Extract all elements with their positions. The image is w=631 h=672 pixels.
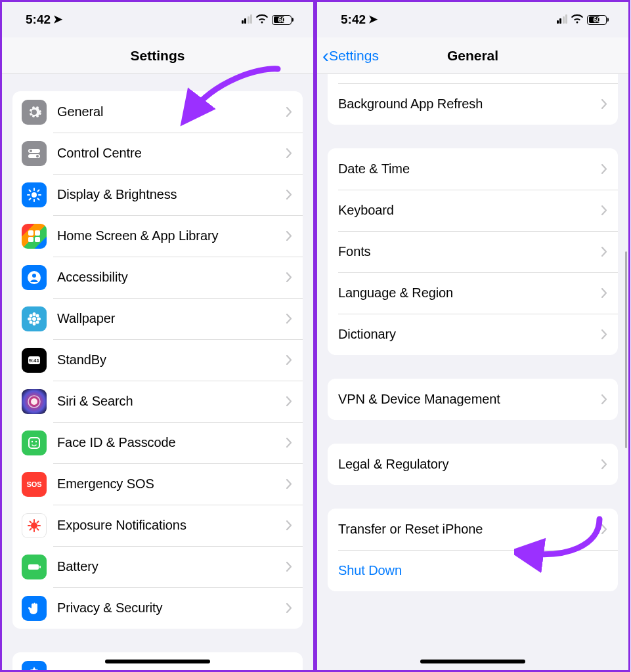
svg-point-19 — [32, 317, 36, 321]
page-title: Settings — [131, 48, 185, 64]
location-icon: ➤ — [53, 12, 62, 26]
svg-point-33 — [32, 440, 33, 442]
row-label: Exposure Notifications — [57, 518, 286, 533]
settings-content: GeneralControl CentreDisplay & Brightnes… — [2, 74, 313, 670]
chevron-right-icon — [286, 438, 292, 448]
virus-icon — [22, 513, 47, 538]
row-date-time[interactable]: Date & Time — [328, 148, 618, 190]
settings-row-privacy-security[interactable]: Privacy & Security — [12, 587, 303, 629]
svg-text:SOS: SOS — [26, 480, 41, 488]
chevron-right-icon — [286, 107, 292, 117]
settings-row-standby[interactable]: 9:41StandBy — [12, 339, 303, 381]
row-label: Language & Region — [338, 285, 601, 301]
settings-row-emergency-sos[interactable]: SOSEmergency SOS — [12, 463, 303, 505]
back-button[interactable]: ‹ Settings — [322, 37, 379, 74]
row-transfer-or-reset-iphone[interactable]: Transfer or Reset iPhone — [328, 509, 618, 550]
row-fonts[interactable]: Fonts — [328, 231, 618, 272]
row-language-region[interactable]: Language & Region — [328, 272, 618, 314]
row-label: Keyboard — [338, 203, 601, 218]
svg-rect-15 — [28, 237, 33, 242]
settings-row-general[interactable]: General — [12, 91, 303, 133]
settings-row-face-id-passcode[interactable]: Face ID & Passcode — [12, 422, 303, 463]
row-dictionary[interactable]: Dictionary — [328, 314, 618, 355]
status-bar: 5:42 ➤ 60 — [317, 2, 628, 37]
status-bar: 5:42 ➤ 60 — [2, 2, 313, 37]
row-label: Background App Refresh — [338, 96, 601, 112]
page-title: General — [447, 48, 498, 64]
row-label: VPN & Device Management — [338, 392, 601, 407]
row-label: Shut Down — [338, 563, 607, 578]
cellular-icon — [557, 16, 568, 24]
row-vpn-device-management[interactable]: VPN & Device Management — [328, 379, 618, 420]
svg-line-41 — [30, 521, 32, 522]
row-legal-regulatory[interactable]: Legal & Regulatory — [328, 444, 618, 485]
svg-point-2 — [30, 150, 32, 152]
status-time: 5:42 — [341, 12, 366, 27]
chevron-right-icon — [286, 479, 292, 489]
row-label: Battery — [57, 559, 286, 574]
row-label: Dictionary — [338, 327, 601, 342]
general-group-2: Date & TimeKeyboardFontsLanguage & Regio… — [328, 148, 618, 355]
settings-row-accessibility[interactable]: Accessibility — [12, 257, 303, 298]
svg-line-44 — [37, 521, 39, 522]
svg-point-24 — [30, 314, 33, 317]
settings-row-wallpaper[interactable]: Wallpaper — [12, 298, 303, 339]
chevron-right-icon — [286, 603, 292, 613]
toggles-icon — [22, 141, 47, 166]
svg-point-26 — [30, 320, 33, 324]
svg-point-27 — [36, 320, 39, 324]
row-label: Privacy & Security — [57, 600, 286, 616]
svg-rect-16 — [35, 237, 40, 242]
row-label: Emergency SOS — [57, 476, 286, 492]
svg-line-10 — [38, 198, 39, 200]
phone-settings: 5:42 ➤ 60 Settings GeneralControl Centre… — [0, 0, 315, 672]
svg-point-18 — [32, 274, 36, 278]
svg-line-9 — [30, 190, 31, 191]
svg-point-4 — [32, 192, 37, 198]
settings-row-siri-search[interactable]: Siri & Search — [12, 381, 303, 422]
wifi-icon — [571, 12, 583, 27]
settings-row-exposure-notifications[interactable]: Exposure Notifications — [12, 505, 303, 546]
face-icon — [22, 430, 47, 455]
row-background-refresh[interactable]: Background App Refresh — [328, 83, 618, 125]
chevron-right-icon — [286, 148, 292, 158]
settings-row-battery[interactable]: Battery — [12, 546, 303, 587]
row-label: StandBy — [57, 352, 286, 368]
sun-icon — [22, 182, 47, 207]
gear-icon — [22, 100, 47, 125]
settings-row-control-centre[interactable]: Control Centre — [12, 133, 303, 174]
nav-header: Settings — [2, 37, 313, 74]
row-label: Fonts — [338, 244, 601, 259]
battery-icon: 60 — [587, 15, 609, 25]
scrollbar[interactable] — [625, 251, 627, 448]
svg-rect-46 — [39, 566, 41, 568]
status-time: 5:42 — [26, 12, 51, 27]
settings-row-home-screen-app-library[interactable]: Home Screen & App Library — [12, 215, 303, 257]
row-label: Display & Brightness — [57, 187, 286, 202]
siri-icon — [22, 389, 47, 414]
settings-row-display-brightness[interactable]: Display & Brightness — [12, 174, 303, 215]
row-label: Accessibility — [57, 270, 286, 285]
chevron-right-icon — [286, 231, 292, 241]
settings-group: GeneralControl CentreDisplay & Brightnes… — [12, 91, 303, 629]
chevron-right-icon — [286, 190, 292, 200]
hand-icon — [22, 596, 47, 621]
home-indicator[interactable] — [420, 660, 525, 663]
row-shut-down[interactable]: Shut Down — [328, 550, 618, 591]
battery-icon — [22, 555, 47, 579]
svg-rect-45 — [28, 564, 39, 570]
phone-general: 5:42 ➤ 60 ‹ Settings General iPhone Stor… — [315, 0, 630, 672]
chevron-right-icon — [601, 99, 607, 109]
row-label: Legal & Regulatory — [338, 457, 601, 472]
svg-point-36 — [31, 522, 37, 529]
chevron-right-icon — [601, 394, 607, 404]
appstore-icon — [22, 661, 47, 671]
home-indicator[interactable] — [105, 660, 210, 663]
chevron-right-icon — [286, 396, 292, 406]
svg-line-42 — [37, 528, 39, 530]
row-iphone-storage[interactable]: iPhone Storage — [328, 74, 618, 83]
row-keyboard[interactable]: Keyboard — [328, 190, 618, 231]
location-icon: ➤ — [368, 12, 378, 26]
svg-point-20 — [33, 312, 36, 316]
row-label: Home Screen & App Library — [57, 228, 286, 243]
